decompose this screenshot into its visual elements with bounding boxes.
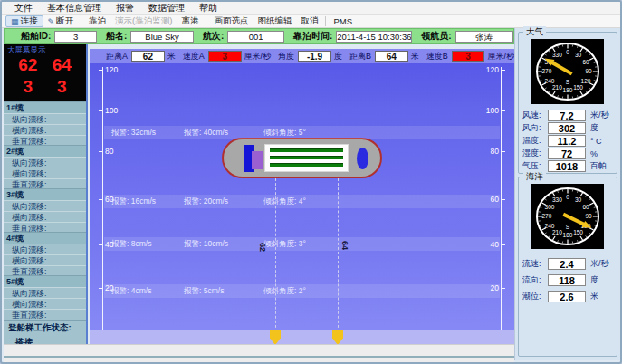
wind-direction-gauge: 0306090120150180210240270300330S: [531, 39, 604, 104]
berthing-plot: 1201201001008080606040402020报警: 32cm/s报警…: [90, 63, 514, 344]
ship-cargo-hatch: [264, 144, 349, 172]
measure-value[interactable]: 62: [131, 51, 165, 62]
menu-item-2[interactable]: 基本信息管理: [40, 2, 109, 14]
info-field-value[interactable]: 张涛: [455, 31, 513, 43]
cable-group-title: 4#缆: [4, 233, 86, 244]
cable-drift-item: 纵向漂移:: [4, 287, 86, 298]
alarm-threshold-row: 报警: 16cm/s报警: 20cm/s倾斜角度: 4°: [111, 196, 306, 207]
axis-label-right: 80: [491, 148, 499, 156]
measure-label: 角度: [278, 51, 294, 62]
gauge-dial-number: 330: [552, 52, 562, 58]
toolbar-button-8[interactable]: 取消: [296, 15, 322, 27]
dock-strip: [90, 330, 514, 344]
status-footer: [4, 344, 514, 362]
gauge-dial-number: 300: [545, 204, 555, 210]
axis-tick: [501, 288, 505, 289]
axis-tick: [501, 199, 505, 200]
menu-item-4[interactable]: 数据管理: [141, 2, 192, 14]
cable-group-title: 5#缆: [4, 276, 86, 287]
cable-group: 1#缆纵向漂移:横向漂移:垂直漂移:: [4, 101, 86, 145]
display-value: 3: [57, 76, 67, 98]
weather-reading-value[interactable]: 302: [548, 122, 586, 134]
weather-reading-row: 风向:302度: [519, 122, 617, 134]
ocean-reading-row: 流向:118度: [519, 273, 617, 286]
drift-panel: 大屏幕显示 626433 1#缆纵向漂移:横向漂移:垂直漂移:2#缆纵向漂移:横…: [4, 44, 88, 344]
axis-tick: [501, 244, 505, 245]
distance-marker-value: 62: [258, 243, 267, 252]
weather-group: 大气 0306090120150180210240270300330S 风速:7…: [518, 32, 617, 174]
weather-group-title: 大气: [523, 26, 546, 37]
app-window: 文件基本信息管理报警数据管理帮助 ▦连接✎断开靠泊演示(靠泊监测)离港画面选点图…: [0, 0, 622, 364]
gauge-dial-number: 180: [563, 232, 573, 238]
toolbar-button-5[interactable]: 离港: [177, 15, 203, 27]
gauge-dial-number: 210: [552, 84, 562, 91]
weather-reading-row: 风速:7.2米/秒: [519, 110, 617, 121]
tilt-angle-threshold: 倾斜角度: 3°: [263, 239, 306, 250]
ocean-reading-value[interactable]: 2.4: [548, 258, 586, 270]
ocean-reading-row: 潮位:2.6米: [519, 290, 617, 302]
gauge-dial-number: 30: [575, 52, 582, 58]
hatch-bar: [270, 163, 343, 167]
axis-label-right: 100: [486, 107, 499, 115]
toolbar-button-3[interactable]: 靠泊: [84, 15, 110, 27]
toolbar-button-9[interactable]: PMS: [329, 15, 357, 27]
gangway-status-label: 登船梯工作状态:: [8, 322, 72, 332]
tilt-angle-threshold: 倾斜角度: 5°: [263, 128, 306, 139]
weather-reading-row: 温度:11.2° C: [519, 135, 617, 147]
ship-bow-ellipse: [357, 148, 368, 169]
ocean-reading-value[interactable]: 118: [548, 274, 586, 286]
display-row: 33: [4, 76, 86, 98]
toolbar-button-6[interactable]: 画面选点: [209, 15, 253, 27]
info-field-value[interactable]: 001: [227, 31, 284, 43]
menu-bar: 文件基本信息管理报警数据管理帮助: [2, 2, 620, 15]
disconnect-icon: ✎: [48, 17, 55, 26]
toolbar-button-7[interactable]: 图纸编辑: [253, 15, 296, 27]
axis-label-left: 120: [105, 66, 118, 74]
toolbar-button-2[interactable]: ✎断开: [43, 15, 79, 27]
info-field-value[interactable]: 3: [54, 31, 97, 43]
measure-value-alarm[interactable]: 3: [208, 51, 242, 62]
weather-reading-label: 湿度:: [519, 148, 548, 159]
weather-reading-value[interactable]: 11.2: [548, 135, 586, 147]
toolbar-button-1[interactable]: ▦连接: [5, 15, 43, 27]
display-row: 6264: [4, 54, 86, 76]
toolbar-separator: [325, 16, 326, 26]
ocean-reading-value[interactable]: 2.6: [548, 291, 586, 302]
cable-group-title: 1#缆: [4, 102, 86, 113]
info-field-value[interactable]: 2011-4-15 10:30:36: [336, 31, 412, 43]
weather-reading-value[interactable]: 1018: [548, 160, 586, 172]
cable-drift-item: 横向漂移:: [4, 298, 86, 309]
mooring-line: [275, 178, 276, 332]
info-field-label: 船舶ID:: [21, 30, 51, 43]
measure-value[interactable]: 64: [375, 51, 408, 62]
info-field-value[interactable]: Blue Sky: [130, 31, 194, 43]
ocean-reading-label: 流速:: [519, 258, 548, 270]
ocean-reading-unit: 米: [590, 291, 598, 302]
ocean-reading-unit: 米/秒: [590, 258, 609, 270]
alarm-threshold-b: 报警: 40cm/s: [184, 128, 263, 139]
measure-value[interactable]: -1.9: [298, 51, 331, 62]
alarm-threshold-a: 报警: 4cm/s: [111, 286, 184, 297]
gauge-dial-number: 0: [566, 194, 569, 200]
weather-reading-value[interactable]: 7.2: [548, 110, 586, 121]
cable-drift-item: 横向漂移:: [4, 168, 86, 178]
menu-item-1[interactable]: 文件: [7, 2, 40, 14]
menu-item-5[interactable]: 帮助: [192, 2, 225, 14]
weather-reading-unit: %: [590, 149, 598, 158]
cable-drift-item: 横向漂移:: [4, 211, 86, 222]
weather-reading-value[interactable]: 72: [548, 148, 586, 159]
toolbar-button-4[interactable]: 演示(靠泊监测): [110, 15, 177, 27]
alarm-threshold-b: 报警: 5cm/s: [184, 286, 263, 297]
menu-item-3[interactable]: 报警: [109, 2, 141, 14]
weather-reading-unit: 度: [590, 122, 598, 134]
ship-shape[interactable]: [222, 138, 382, 178]
measure-label: 距离A: [106, 51, 128, 62]
info-field-label: 船名:: [106, 30, 127, 43]
measure-value-alarm[interactable]: 3: [452, 51, 485, 62]
measure-unit: 米: [411, 51, 419, 62]
axis-tick: [99, 244, 103, 245]
cable-drift-item: 横向漂移:: [4, 254, 86, 265]
axis-label-right: 120: [486, 66, 499, 74]
gauge-dial-number: 150: [573, 229, 583, 235]
gauge-needle: [551, 62, 571, 74]
